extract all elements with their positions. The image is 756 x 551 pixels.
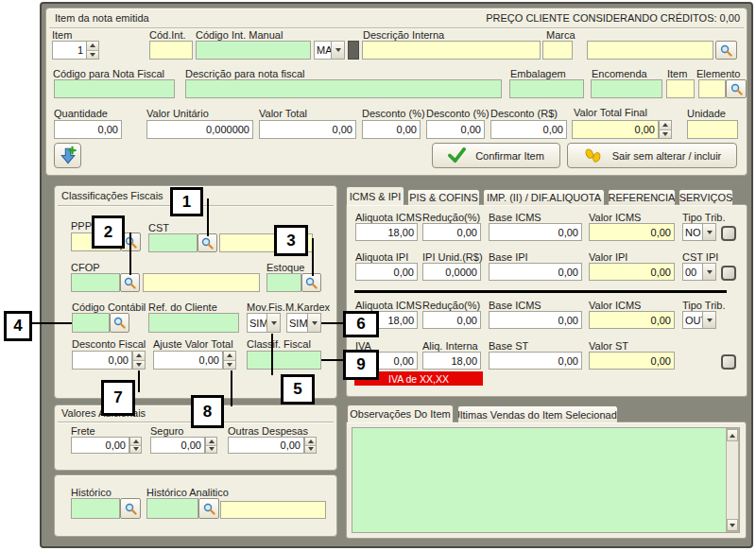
desconto-fiscal-input[interactable]: 0,00 xyxy=(72,351,132,370)
tipo-trib1-checkbox[interactable] xyxy=(721,226,736,241)
elemento-search-button[interactable] xyxy=(726,79,747,98)
ajuste-valor-total-spinner-down[interactable] xyxy=(224,360,235,370)
codigo-contabil-input[interactable] xyxy=(72,313,110,333)
outras-despesas-spinner-down[interactable] xyxy=(305,445,316,454)
historico-analitico-input[interactable] xyxy=(146,498,198,519)
base-icms1-input[interactable]: 0,00 xyxy=(489,223,582,241)
codigo-contabil-search-button[interactable] xyxy=(110,313,129,333)
scroll-up-button[interactable] xyxy=(727,429,738,441)
cfop-input[interactable] xyxy=(71,273,120,292)
valor-st-checkbox[interactable] xyxy=(721,354,736,370)
estoque-search-button[interactable] xyxy=(301,273,321,292)
m-kardex-select-arrow[interactable] xyxy=(307,314,320,332)
confirmar-item-button[interactable]: Confirmar Item xyxy=(432,143,560,168)
valor-total-input[interactable]: 0,00 xyxy=(259,120,356,139)
mov-fis-select-arrow[interactable] xyxy=(266,314,280,332)
add-item-button[interactable] xyxy=(54,143,81,168)
reducao2-input[interactable]: 0,00 xyxy=(422,311,481,329)
desconto-fiscal-spinner[interactable] xyxy=(132,351,146,370)
item-input[interactable]: 1 xyxy=(52,41,87,60)
outras-despesas-spinner[interactable] xyxy=(304,437,317,454)
base-ipi-input[interactable]: 0,00 xyxy=(489,263,582,281)
desconto-rs-input[interactable]: 0,00 xyxy=(490,120,567,139)
desconto-fiscal-spinner-down[interactable] xyxy=(133,360,145,370)
tipo-trib2-select[interactable]: OUT xyxy=(682,311,716,329)
marca-search-button[interactable] xyxy=(715,41,737,60)
encomenda-input[interactable] xyxy=(591,79,662,98)
outras-despesas-spinner-up[interactable] xyxy=(305,438,316,445)
marca-name-input[interactable] xyxy=(587,41,713,60)
frete-spinner-up[interactable] xyxy=(130,438,141,445)
valor-icms2-input[interactable]: 0,00 xyxy=(589,311,675,329)
tab-referencia[interactable]: REFERENCIA xyxy=(608,189,676,205)
codigo-nf-input[interactable] xyxy=(54,79,175,98)
seguro-input[interactable]: 0,00 xyxy=(150,437,205,454)
tab-imp-dif-aliquota[interactable]: IMP. (II) / DIF.ALIQUOTA xyxy=(483,189,605,205)
valor-total-final-spinner-up[interactable] xyxy=(660,121,671,129)
scroll-down-button[interactable] xyxy=(727,519,738,531)
aliquota-icms1-input[interactable]: 18,00 xyxy=(355,223,418,241)
valor-total-final-spinner-down[interactable] xyxy=(660,129,671,139)
ajuste-valor-total-spinner[interactable] xyxy=(223,351,236,370)
cfop-description-input[interactable] xyxy=(143,273,260,292)
seguro-spinner[interactable] xyxy=(205,437,217,454)
tipo-trib1-select[interactable]: NO xyxy=(682,223,716,241)
tipo-select[interactable]: MA xyxy=(314,41,345,60)
base-icms2-input[interactable]: 0,00 xyxy=(489,311,582,329)
reducao1-input[interactable]: 0,00 xyxy=(422,223,481,241)
cst-search-button[interactable] xyxy=(198,233,217,252)
historico-analitico-description-input[interactable] xyxy=(220,501,326,519)
item-spinner[interactable] xyxy=(86,41,99,60)
valor-st-input[interactable]: 0,00 xyxy=(589,352,675,370)
cst-ipi-select[interactable]: 00 xyxy=(682,263,716,281)
tipo-trib2-select-arrow[interactable] xyxy=(702,312,715,328)
aliq-interna-input[interactable]: 18,00 xyxy=(422,352,481,370)
cst-ipi-checkbox[interactable] xyxy=(721,266,736,281)
quantidade-input[interactable]: 0,00 xyxy=(54,120,122,139)
tab-ultimas-vendas[interactable]: Ultimas Vendas do Item Selecionado xyxy=(457,405,618,422)
unidade-input[interactable] xyxy=(687,120,738,139)
classif-fiscal-input[interactable] xyxy=(247,351,321,370)
tipo-select-arrow[interactable] xyxy=(331,42,344,59)
desconto-fiscal-spinner-up[interactable] xyxy=(133,352,145,360)
tipo-trib1-select-arrow[interactable] xyxy=(702,224,715,240)
descricao-interna-input[interactable] xyxy=(362,41,541,60)
item-col-input[interactable] xyxy=(666,79,695,98)
ajuste-valor-total-input[interactable]: 0,00 xyxy=(153,351,223,370)
historico-analitico-search-button[interactable] xyxy=(198,498,219,519)
frete-input[interactable]: 0,00 xyxy=(71,437,129,454)
desconto-pct2-input[interactable]: 0,00 xyxy=(426,120,485,139)
observacoes-textarea[interactable] xyxy=(352,427,740,533)
sair-button[interactable]: Sair sem alterar / incluir xyxy=(567,143,737,168)
base-st-input[interactable]: 0,00 xyxy=(489,352,582,370)
tab-servicos[interactable]: SERVIÇOS xyxy=(679,189,733,205)
historico-input[interactable] xyxy=(71,498,120,519)
m-kardex-select[interactable]: SIM xyxy=(286,313,321,333)
elemento-input[interactable] xyxy=(698,79,726,98)
cst-input[interactable] xyxy=(148,233,198,252)
valor-unitario-input[interactable]: 0,000000 xyxy=(146,120,253,139)
cfop-search-button[interactable] xyxy=(120,273,140,292)
aliquota-ipi-input[interactable]: 0,00 xyxy=(355,263,418,281)
tab-observacoes[interactable]: Observações Do Item xyxy=(347,405,454,422)
outras-despesas-input[interactable]: 0,00 xyxy=(228,437,304,454)
ajuste-valor-total-spinner-up[interactable] xyxy=(224,352,235,360)
valor-icms1-input[interactable]: 0,00 xyxy=(589,223,675,241)
item-spinner-up[interactable] xyxy=(87,42,98,50)
frete-spinner-down[interactable] xyxy=(130,445,141,454)
obs-scrollbar[interactable] xyxy=(726,428,739,532)
frete-spinner[interactable] xyxy=(129,437,142,454)
ipi-unid-input[interactable]: 0,0000 xyxy=(422,263,481,281)
historico-search-button[interactable] xyxy=(120,498,141,519)
mov-fis-select[interactable]: SIM xyxy=(247,313,281,333)
cod-int-manual-input[interactable] xyxy=(196,41,311,60)
marca-code-input[interactable] xyxy=(542,41,573,60)
valor-total-final-spinner[interactable] xyxy=(659,120,672,139)
estoque-input[interactable] xyxy=(266,273,301,292)
cod-int-input[interactable] xyxy=(149,41,193,60)
seguro-spinner-up[interactable] xyxy=(206,438,216,445)
descricao-nf-input[interactable] xyxy=(185,79,502,98)
seguro-spinner-down[interactable] xyxy=(206,445,216,454)
embalagem-input[interactable] xyxy=(509,79,584,98)
valor-total-final-input[interactable]: 0,00 xyxy=(572,120,659,139)
